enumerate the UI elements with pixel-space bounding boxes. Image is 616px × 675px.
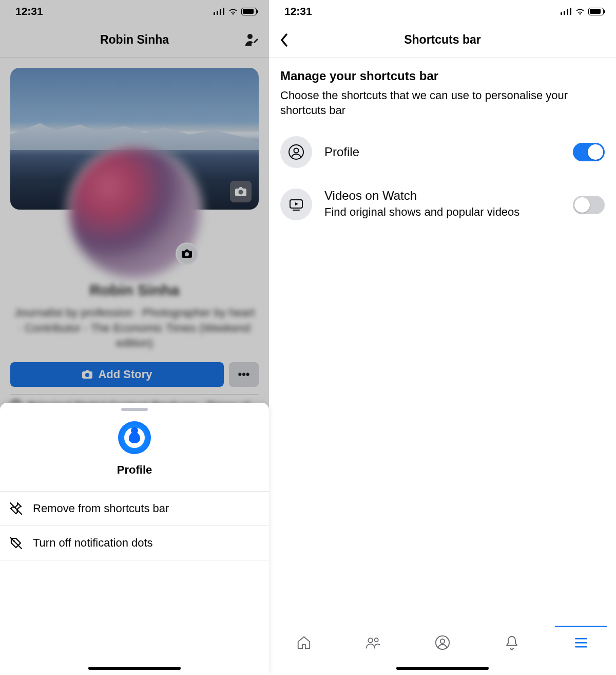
tag-off-icon: [8, 535, 24, 551]
section-subtitle: Choose the shortcuts that we can use to …: [280, 88, 605, 118]
add-story-label: Add Story: [98, 368, 152, 381]
more-button[interactable]: •••: [229, 362, 259, 387]
shortcuts-bar-screen: 12:31 Shortcuts bar Manage your shortcut…: [269, 0, 616, 675]
section-title: Manage your shortcuts bar: [280, 69, 605, 83]
signal-icon: [214, 8, 225, 15]
menu-tab[interactable]: [573, 635, 589, 650]
status-icons: [214, 8, 257, 15]
shortcut-option-watch: Videos on Watch Find original shows and …: [280, 189, 605, 220]
svg-rect-11: [293, 210, 300, 211]
profile-icon: [280, 136, 312, 168]
svg-point-8: [289, 145, 303, 159]
svg-point-6: [85, 373, 89, 377]
back-button[interactable]: [280, 33, 288, 47]
sheet-item-label: Remove from shortcuts bar: [33, 502, 169, 515]
unpin-icon: [8, 501, 24, 516]
shortcuts-header-title: Shortcuts bar: [404, 33, 481, 47]
home-indicator[interactable]: [396, 667, 489, 670]
svg-point-9: [294, 148, 299, 153]
wifi-icon: [575, 8, 585, 15]
profile-screen: 12:31 Robin Sinha: [0, 0, 269, 675]
home-tab[interactable]: [296, 635, 312, 650]
camera-icon[interactable]: [230, 181, 252, 202]
battery-icon: [588, 8, 604, 15]
sheet-title: Profile: [117, 463, 152, 477]
profile-name: Robin Sinha: [10, 282, 259, 299]
battery-icon: [241, 8, 257, 15]
svg-point-0: [247, 34, 253, 39]
option-label: Videos on Watch: [324, 189, 561, 203]
wifi-icon: [228, 8, 238, 15]
profile-icon: [118, 421, 151, 454]
svg-point-2: [239, 190, 243, 195]
svg-rect-18: [575, 646, 587, 648]
sheet-item-label: Turn off notification dots: [33, 536, 153, 550]
status-bar: 12:31: [269, 0, 616, 23]
watch-icon: [280, 189, 312, 220]
option-description: Find original shows and popular videos: [324, 205, 561, 219]
svg-point-4: [185, 252, 189, 256]
svg-rect-16: [575, 638, 587, 640]
signal-icon: [561, 8, 572, 15]
status-bar: 12:31: [0, 0, 269, 23]
status-time: 12:31: [15, 5, 43, 17]
status-icons: [561, 8, 604, 15]
svg-point-12: [368, 638, 373, 643]
profile-toggle[interactable]: [573, 143, 605, 161]
action-sheet[interactable]: Profile Remove from shortcuts bar Turn o…: [0, 403, 269, 675]
watch-toggle[interactable]: [573, 196, 605, 214]
camera-icon: [82, 370, 93, 379]
camera-icon[interactable]: [176, 242, 198, 265]
svg-point-13: [374, 638, 378, 642]
home-indicator[interactable]: [88, 667, 181, 670]
status-time: 12:31: [284, 5, 312, 17]
svg-point-15: [440, 639, 445, 643]
sheet-grabber[interactable]: [121, 408, 148, 411]
profile-tab[interactable]: [435, 635, 450, 650]
svg-point-14: [436, 636, 449, 649]
friends-tab[interactable]: [365, 635, 381, 650]
add-story-button[interactable]: Add Story: [10, 362, 224, 387]
edit-profile-icon[interactable]: [244, 32, 260, 48]
profile-bio: Journalist by profession · Photographer …: [13, 305, 256, 351]
shortcuts-header: Shortcuts bar: [269, 23, 616, 58]
profile-header-title: Robin Sinha: [100, 33, 169, 47]
notifications-tab[interactable]: [504, 635, 519, 650]
profile-content: Robin Sinha Journalist by profession · P…: [0, 58, 269, 413]
shortcut-option-profile: Profile: [280, 136, 605, 168]
profile-header: Robin Sinha: [0, 23, 269, 58]
remove-from-shortcuts-item[interactable]: Remove from shortcuts bar: [0, 491, 269, 526]
option-label: Profile: [324, 145, 561, 159]
turn-off-notification-dots-item[interactable]: Turn off notification dots: [0, 526, 269, 560]
svg-rect-17: [575, 642, 587, 644]
